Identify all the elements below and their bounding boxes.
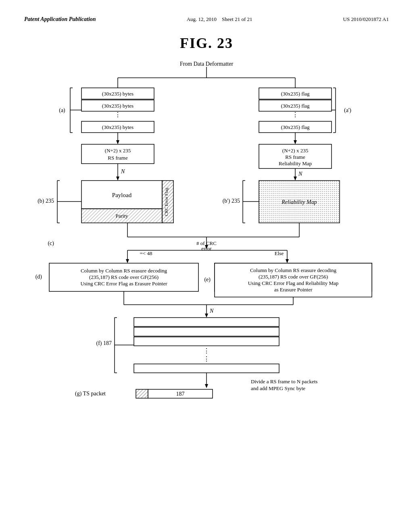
label-e: (e)	[204, 276, 211, 283]
d-box-1: Column by Column RS erasure decoding	[81, 268, 167, 274]
svg-rect-72	[136, 389, 148, 398]
a-bottom-1: (N+2) x 235	[105, 148, 131, 154]
aprime-bottom-1: (N+2) x 235	[282, 148, 308, 154]
svg-marker-53	[286, 259, 289, 263]
e-line-1: Column by Column RS erasure decoding	[250, 267, 337, 273]
from-data-label: From Data Deformatter	[180, 61, 234, 67]
svg-marker-50	[126, 259, 129, 263]
svg-marker-24	[294, 140, 297, 144]
divide-label-2: and add MPEG Sync byte	[251, 385, 305, 391]
a-row-3: (30x235) bytes	[102, 124, 133, 130]
n-label-bprime: N	[298, 171, 302, 177]
svg-rect-64	[134, 337, 279, 346]
n-label-f: N	[209, 308, 214, 314]
e-line-3: Using CRC Error Flag and Reliability Map	[248, 280, 339, 286]
aprime-row-3: (30x235) flag	[281, 124, 310, 130]
reliability-map-label: Reliability Map	[281, 199, 317, 205]
header-date-sheet: Aug. 12, 2010 Sheet 21 of 21	[187, 16, 252, 23]
aprime-bottom-3: Reliability Map	[279, 160, 312, 166]
page: Patent Application Publication Aug. 12, …	[0, 0, 413, 532]
label-aprime: (a')	[344, 107, 351, 114]
crc-error-flag-label: CRC Error Flag	[164, 187, 169, 216]
aprime-dots: ⋮	[292, 111, 298, 118]
d-box-3: Using CRC Error Flag as Erasure Pointer	[80, 281, 167, 287]
n-label-b: N	[121, 168, 125, 175]
svg-marker-12	[116, 140, 119, 144]
figure-title: FIG. 23	[24, 35, 389, 52]
divide-label-1: Divide a RS frame to N packets	[251, 378, 317, 384]
svg-marker-71	[205, 384, 208, 388]
aprime-row-2: (30x235) flag	[281, 103, 310, 109]
e-line-4: as Erasure Pointer	[274, 287, 313, 293]
label-d: (d)	[35, 274, 42, 280]
svg-rect-65	[134, 364, 279, 373]
svg-rect-63	[134, 327, 279, 336]
diagram-svg: From Data Deformatter (30x235) bytes (30…	[25, 56, 388, 511]
header-publication-type: Patent Application Publication	[24, 16, 96, 23]
header-patent-number: US 2010/0201872 A1	[343, 16, 389, 23]
e-line-2: (235,187) RS code over GF(256)	[259, 274, 328, 280]
svg-marker-27	[294, 177, 297, 181]
label-bprime: (b') 235	[223, 198, 240, 204]
aprime-bottom-2: RS frame	[285, 154, 305, 160]
aprime-row-1: (30x235) flag	[281, 91, 310, 97]
a-row-2: (30x235) bytes	[102, 103, 133, 109]
label-a: (a)	[59, 107, 65, 114]
ts-187-label: 187	[176, 391, 185, 397]
label-b: (b) 235	[38, 198, 54, 204]
a-row-1: (30x235) bytes	[102, 91, 133, 97]
f-dots-2: ⋮	[203, 355, 210, 362]
d-box-2: (235,187) RS code over GF(256)	[89, 274, 159, 280]
label-c: (c)	[48, 240, 54, 247]
f-dots-1: ⋮	[203, 347, 210, 354]
svg-marker-61	[205, 314, 208, 318]
header-sheet: Sheet 21 of 21	[222, 16, 252, 22]
svg-marker-15	[116, 177, 119, 181]
label-g: (g) TS packet	[75, 391, 106, 397]
a-bottom-2: RS frame	[108, 155, 128, 161]
payload-label: Payload	[112, 192, 132, 198]
a-dots: ⋮	[115, 111, 121, 118]
page-header: Patent Application Publication Aug. 12, …	[24, 16, 389, 23]
svg-rect-62	[134, 318, 279, 326]
parity-label: Parity	[115, 213, 128, 219]
le48-label: =< 48	[140, 250, 152, 256]
else-label: Else	[275, 250, 284, 256]
header-date: Aug. 12, 2010	[187, 16, 217, 22]
label-f: (f) 187	[96, 340, 112, 347]
